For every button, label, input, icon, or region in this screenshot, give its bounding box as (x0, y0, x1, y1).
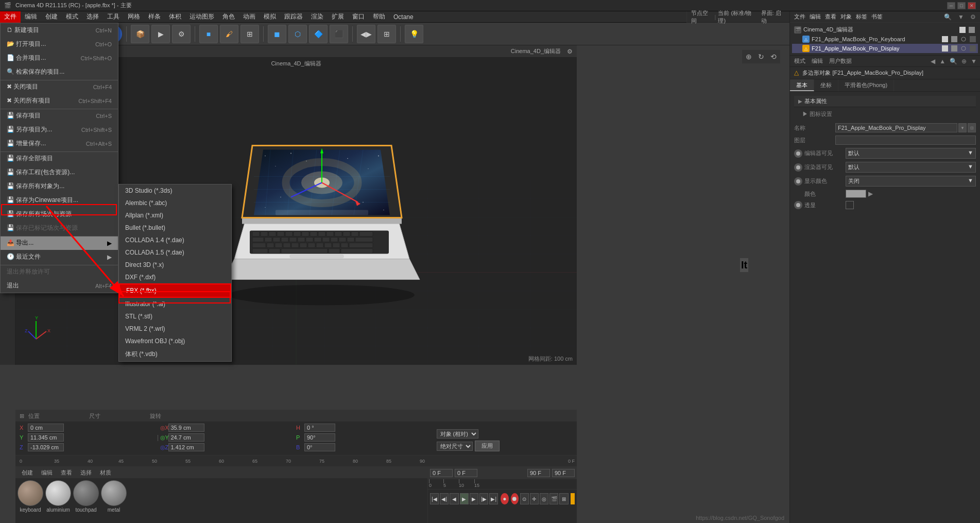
obj-menu-view[interactable]: 查看 (825, 13, 836, 21)
export-ai[interactable]: Illustrator (*.ai) (119, 298, 231, 310)
obj-menu-tag[interactable]: 标签 (856, 13, 867, 21)
color-arrow[interactable]: ▶ (868, 190, 873, 197)
export-3ds[interactable]: 3D Studio (*.3ds) (119, 184, 231, 197)
name-expand-btn[interactable]: ⊡ (968, 123, 976, 132)
size-x-val[interactable] (168, 424, 204, 432)
file-save-cineware[interactable]: 💾 保存为Cineware项目... (1, 193, 118, 207)
prop-name-input[interactable] (835, 123, 957, 132)
export-bullet[interactable]: Bullet (*.bullet) (119, 222, 231, 234)
menu-window[interactable]: 窗口 (348, 11, 369, 23)
coord-mode-select1[interactable]: 对象 (相对) (437, 429, 478, 438)
menu-file[interactable]: 文件 (0, 11, 21, 23)
search-icon[interactable]: 🔍 (944, 13, 952, 21)
props-search-icon[interactable]: 🔍 (950, 58, 957, 65)
props-up-icon[interactable]: ▲ (939, 58, 945, 65)
menu-animate[interactable]: 动画 (239, 11, 260, 23)
tree-dot-keyboard[interactable] (970, 36, 976, 42)
fit-icon[interactable]: ⟲ (768, 51, 779, 62)
tree-render-editor[interactable] (969, 27, 975, 33)
size-z-val[interactable] (168, 443, 204, 451)
coord-y-pos[interactable] (28, 433, 64, 442)
minimize-button[interactable]: ─ (947, 2, 955, 9)
file-save[interactable]: 💾 保存项目Ctrl+S (1, 109, 118, 123)
mat-menu-edit[interactable]: 编辑 (39, 469, 55, 477)
file-save-objects[interactable]: 💾 保存所有对象为... (1, 179, 118, 193)
tree-vis-display[interactable] (942, 45, 948, 52)
frame-end-input[interactable] (527, 469, 550, 477)
icon-settings-toggle[interactable]: ▶ 图标设置 (798, 109, 976, 119)
mat-menu-material[interactable]: 材质 (98, 469, 113, 477)
name-dropdown-btn[interactable]: ▼ (958, 123, 967, 132)
props-back-icon[interactable]: ◀ (931, 58, 935, 65)
main-timeline-ruler[interactable]: 0 35 40 45 50 55 60 65 70 75 80 85 90 0 … (15, 455, 577, 466)
rot-p-val[interactable] (304, 433, 335, 442)
window-controls[interactable]: ─ □ ✕ (947, 2, 976, 9)
tree-dot-display[interactable] (970, 45, 976, 52)
more-btn[interactable]: ⊞ (559, 493, 568, 504)
size-y-val[interactable] (168, 433, 204, 442)
file-quit[interactable]: 退出Alt+F4 (1, 279, 118, 293)
coord-x-pos[interactable] (28, 424, 64, 432)
settings-button[interactable]: ⚙ (172, 25, 191, 43)
tree-vis-editor[interactable] (959, 27, 966, 33)
prev-frame-button[interactable]: ◀ (450, 493, 458, 504)
coord-mode-select2[interactable]: 绝对尺寸 (437, 442, 473, 451)
props-expand-icon[interactable]: ⊕ (961, 58, 967, 65)
menu-mesh[interactable]: 网格 (124, 11, 144, 23)
shape4[interactable]: ⬛ (330, 25, 348, 43)
menu-octane[interactable]: Octane (389, 11, 418, 23)
obj-menu-file[interactable]: 文件 (794, 13, 805, 21)
tree-item-editor[interactable]: 🎬 Cinema_4D_编辑器 (792, 25, 978, 35)
menu-tracker[interactable]: 跟踪器 (280, 11, 307, 23)
export-dxf[interactable]: DXF (*.dxf) (119, 271, 231, 283)
mat-menu-view[interactable]: 查看 (59, 469, 74, 477)
next-key-button[interactable]: |▶ (479, 493, 488, 504)
menu-create[interactable]: 创建 (41, 11, 62, 23)
prop-editor-vis-select[interactable]: 默认▼ (846, 148, 976, 159)
keyframe-btn[interactable]: ✛ (530, 493, 539, 504)
frame-total-input[interactable] (552, 469, 575, 477)
prop-layer-value[interactable] (835, 136, 976, 145)
mat-menu-create[interactable]: 创建 (20, 469, 35, 477)
menu-tools[interactable]: 工具 (103, 11, 124, 23)
export-dae14[interactable]: COLLADA 1.4 (*.dae) (119, 234, 231, 246)
coord-apply-button[interactable]: 应用 (475, 441, 500, 451)
play-end-button[interactable]: ▶| (489, 493, 498, 504)
props-menu-mode[interactable]: 模式 (792, 57, 807, 65)
export-dae15[interactable]: COLLADA 1.5 (*.dae) (119, 246, 231, 259)
menu-character[interactable]: 角色 (218, 11, 239, 23)
menu-edit[interactable]: 编辑 (21, 11, 41, 23)
coord-z-pos[interactable] (28, 443, 64, 451)
file-new[interactable]: 🗋 新建项目Ctrl+N (1, 23, 118, 37)
rot-h-val[interactable] (304, 424, 335, 432)
settings-icon[interactable]: ⚙ (970, 13, 976, 21)
tree-item-display[interactable]: △ F21_Apple_MacBook_Pro_Display (792, 44, 978, 53)
frame-current-input[interactable] (455, 469, 477, 477)
filter-icon[interactable]: ▼ (958, 13, 964, 21)
obj-menu-bookmark[interactable]: 书签 (871, 13, 883, 21)
props-filter-icon[interactable]: ▼ (971, 58, 977, 65)
export-fbx[interactable]: FBX (*.fbx) (119, 283, 231, 298)
tab-basic[interactable]: 基本 (790, 79, 814, 91)
file-save-takes[interactable]: 💾 保存所有场次与资源 (1, 207, 118, 221)
tree-render-display[interactable] (951, 45, 957, 52)
auto-record-button[interactable]: ⏺ (511, 493, 519, 504)
menu-volume[interactable]: 体积 (165, 11, 185, 23)
trans-checkbox[interactable] (846, 201, 854, 209)
menu-select[interactable]: 选择 (82, 11, 103, 23)
props-menu-edit[interactable]: 编辑 (810, 57, 825, 65)
menu-render[interactable]: 渲染 (307, 11, 328, 23)
file-recent[interactable]: 🕐 最近文件▶ (1, 250, 118, 264)
preview-btn[interactable]: 🎬 (549, 493, 558, 504)
play-button[interactable]: ▶ (460, 493, 469, 504)
timeline-ruler[interactable]: 0 5 10 15 (428, 479, 577, 490)
export-wrl[interactable]: VRML 2 (*.wrl) (119, 323, 231, 335)
obj-menu-edit[interactable]: 编辑 (810, 13, 821, 21)
file-incr-save[interactable]: 💾 增量保存...Ctrl+Alt+S (1, 137, 118, 150)
shape2[interactable]: ⬡ (288, 25, 307, 43)
material-metal[interactable]: metal (101, 480, 127, 513)
file-save-all[interactable]: 💾 保存全部项目 (1, 151, 118, 165)
material-aluminium[interactable]: aluminium (45, 480, 71, 513)
zoom-icon[interactable]: ↻ (755, 51, 767, 62)
select-tool[interactable]: ⊞ (240, 25, 259, 43)
